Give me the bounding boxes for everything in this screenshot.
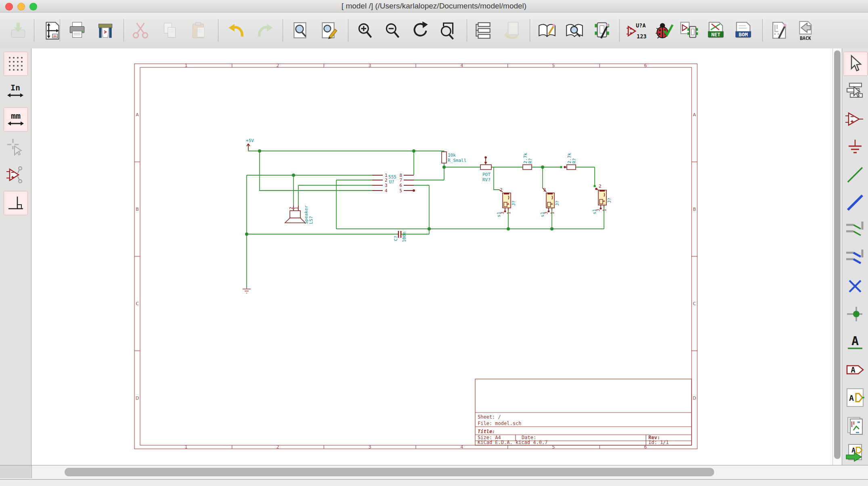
svg-text:U?: U? <box>389 179 394 184</box>
svg-text:POT: POT <box>482 172 491 177</box>
component-jack-3[interactable]: 2 3 1 s1 J? <box>592 184 612 214</box>
undo-button[interactable] <box>224 18 248 44</box>
svg-text:A: A <box>849 393 854 403</box>
mm-units-icon: mm <box>6 110 25 129</box>
cursor-arrow-icon <box>846 54 865 73</box>
library-browser-button[interactable] <box>563 18 586 44</box>
component-potentiometer[interactable]: POT RV? <box>480 156 491 182</box>
paste-button[interactable] <box>187 18 211 44</box>
place-junction-button[interactable] <box>843 302 867 326</box>
bus-to-bus-entry-button[interactable] <box>843 247 867 270</box>
zoom-in-button[interactable] <box>354 18 377 44</box>
component-capacitor[interactable]: C? 100n <box>393 231 407 242</box>
svg-text:4: 4 <box>385 188 388 193</box>
vendor-field: KiCad E.D.A. kicad 4.0.7 <box>478 440 547 445</box>
component-resistor-2k7-b[interactable]: 2.7k R? <box>564 153 577 170</box>
schematic-canvas[interactable]: 1 2 3 4 5 6 1 2 3 4 5 6 A B C D A B C D <box>31 48 832 465</box>
horizontal-scrollbar[interactable] <box>0 465 868 480</box>
save-button[interactable] <box>6 18 30 44</box>
find-button[interactable] <box>289 18 312 44</box>
no-connect-icon <box>845 277 865 296</box>
netlist-icon: NET <box>706 21 726 41</box>
zoom-out-button[interactable] <box>381 18 405 44</box>
component-power-5v[interactable]: +5V <box>246 138 254 150</box>
svg-text:B: B <box>693 207 696 212</box>
plot-button[interactable] <box>94 18 117 44</box>
leave-sheet-icon <box>502 21 522 41</box>
maximize-window-button[interactable] <box>29 3 37 10</box>
find-replace-button[interactable] <box>317 18 341 44</box>
component-resistor-10k[interactable]: 10k R_Small <box>442 152 466 163</box>
hidden-pins-button[interactable] <box>4 163 27 186</box>
netlist-button[interactable]: NET <box>704 18 728 44</box>
cursor-shape-button[interactable] <box>4 135 27 159</box>
svg-text:R_Small: R_Small <box>448 158 466 163</box>
hierarchy-navigator-button[interactable] <box>472 18 495 44</box>
svg-text:A: A <box>136 112 139 117</box>
copy-button[interactable] <box>158 18 182 44</box>
vertical-scrollbar[interactable] <box>832 48 842 465</box>
minimize-window-button[interactable] <box>17 3 25 10</box>
place-component-button[interactable] <box>843 107 867 131</box>
zoom-fit-button[interactable] <box>436 18 459 44</box>
import-sheet-pin-button[interactable]: A <box>843 442 867 465</box>
svg-text:C: C <box>693 301 696 306</box>
pcbnew-button[interactable] <box>768 18 791 44</box>
place-wire-button[interactable] <box>843 163 867 186</box>
svg-text:3: 3 <box>369 63 371 68</box>
page-settings-button[interactable] <box>40 18 64 44</box>
grid-toggle-button[interactable] <box>4 52 28 76</box>
hierarchy-cursor-icon <box>845 82 865 101</box>
redo-button[interactable] <box>254 18 277 44</box>
component-jack-2[interactable]: 2 3 1 s1 J? <box>540 187 560 217</box>
units-inch-button[interactable]: In <box>4 80 27 103</box>
bus-icon <box>845 193 865 212</box>
place-global-label-button[interactable]: A <box>843 358 867 381</box>
print-button[interactable] <box>65 18 89 44</box>
units-mm-button[interactable]: mm <box>4 107 28 132</box>
ground-symbol[interactable] <box>243 287 251 293</box>
svg-text:s1: s1 <box>496 212 501 217</box>
svg-text:1: 1 <box>550 212 555 214</box>
schematic-drawing[interactable]: 1 2 3 4 5 6 1 2 3 4 5 6 A B C D A B C D <box>31 48 832 465</box>
place-sheet-button[interactable] <box>843 414 867 437</box>
wire-to-bus-entry-button[interactable] <box>843 219 867 242</box>
close-window-button[interactable] <box>5 3 13 10</box>
refresh-view-button[interactable] <box>409 18 432 44</box>
leave-sheet-button[interactable] <box>501 18 524 44</box>
library-editor-button[interactable] <box>535 18 559 44</box>
zoom-in-icon <box>355 21 375 41</box>
hv-orientation-icon <box>6 193 25 213</box>
svg-text:2: 2 <box>385 178 388 183</box>
erc-button[interactable] <box>652 18 675 44</box>
component-jack-1[interactable]: 2 3 1 s1 J? <box>496 187 516 217</box>
component-resistor-2k7-a[interactable]: 2.7k R? <box>523 153 533 170</box>
main-area: In mm <box>0 48 868 465</box>
bom-button[interactable]: BOM <box>732 18 755 44</box>
annotate-button[interactable]: U?A 123 <box>625 18 648 44</box>
horizontal-scrollbar-thumb[interactable] <box>65 468 714 476</box>
title-field: Title: <box>478 429 495 434</box>
select-tool-button[interactable] <box>843 52 868 76</box>
component-555-timer[interactable]: 1 2 3 4 8 7 6 5 555 U? <box>372 173 415 193</box>
footprint-editor-button[interactable] <box>590 18 614 44</box>
hierarchy-explore-button[interactable] <box>843 80 867 103</box>
place-net-label-button[interactable]: A <box>843 330 867 354</box>
sheet-field: Sheet: / <box>478 414 501 420</box>
place-bus-button[interactable] <box>843 191 867 214</box>
redo-icon <box>255 21 275 41</box>
svg-text:J?: J? <box>511 201 516 206</box>
cut-button[interactable] <box>129 18 153 44</box>
no-connect-button[interactable] <box>843 274 867 298</box>
place-power-port-button[interactable] <box>843 135 867 159</box>
svg-text:2: 2 <box>543 187 546 193</box>
svg-text:In: In <box>10 83 20 92</box>
component-speaker[interactable]: 2 1 Speaker LS? <box>285 205 314 224</box>
svg-text:BOM: BOM <box>739 31 748 38</box>
assign-footprints-button[interactable] <box>677 18 701 44</box>
place-hierarchical-label-button[interactable]: A <box>843 386 867 409</box>
back-annotate-button[interactable]: BACK <box>794 18 817 44</box>
vertical-scrollbar-thumb[interactable] <box>834 50 841 459</box>
hv-wires-button[interactable] <box>4 191 28 215</box>
svg-text:+5V: +5V <box>246 138 254 143</box>
